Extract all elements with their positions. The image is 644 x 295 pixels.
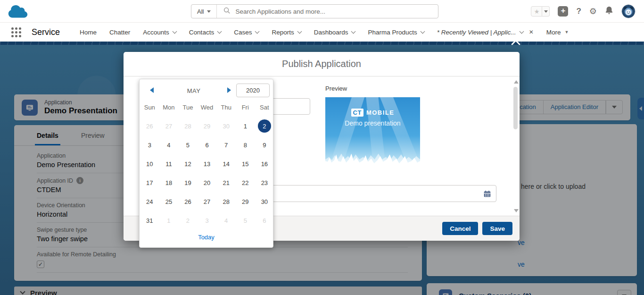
calendar-day[interactable]: 18	[159, 173, 179, 192]
user-avatar[interactable]	[621, 4, 636, 18]
favorites-star-icon[interactable]: ★	[531, 6, 542, 17]
nav-item-label: Dashboards	[314, 29, 348, 36]
calendar-day[interactable]: 28	[216, 192, 236, 211]
nav-item[interactable]: Cases	[234, 29, 259, 36]
app-launcher-icon[interactable]	[11, 27, 21, 37]
next-month-icon[interactable]	[227, 87, 231, 93]
calendar-day[interactable]: 19	[178, 173, 198, 192]
calendar-day-number: 2	[181, 214, 194, 227]
calendar-day[interactable]: 1	[236, 117, 255, 135]
calendar-day[interactable]: 4	[159, 135, 179, 154]
calendar-day-number: 28	[181, 119, 194, 133]
nav-item[interactable]: Pharma Products	[368, 29, 424, 36]
calendar-day[interactable]: 13	[198, 154, 217, 173]
calendar-day-number: 30	[220, 119, 233, 133]
calendar-day[interactable]: 26	[140, 117, 159, 135]
calendar-day[interactable]: 3	[198, 211, 217, 230]
calendar-day-number: 1	[239, 119, 252, 133]
calendar-day[interactable]: 10	[140, 154, 159, 173]
calendar-day[interactable]: 16	[255, 154, 274, 173]
calendar-day[interactable]: 11	[159, 154, 179, 173]
nav-item-label: Cases	[234, 29, 252, 36]
calendar-day[interactable]: 30	[216, 117, 236, 135]
weekday-label: Sun	[140, 104, 159, 111]
calendar-day[interactable]: 8	[236, 135, 255, 154]
nav-item[interactable]: More▼	[546, 29, 569, 36]
today-link[interactable]: Today	[140, 234, 273, 241]
calendar-day-number: 15	[239, 157, 252, 170]
calendar-day[interactable]: 12	[178, 154, 198, 173]
calendar-day-number: 3	[143, 138, 156, 152]
search-input[interactable]	[235, 8, 438, 15]
save-button[interactable]: Save	[482, 222, 512, 235]
close-icon[interactable]	[510, 35, 521, 48]
previous-month-icon[interactable]	[150, 87, 154, 93]
calendar-day-number: 19	[181, 176, 194, 189]
nav-item-label: More	[546, 29, 561, 36]
calendar-day[interactable]: 6	[255, 211, 274, 230]
scrollbar-thumb[interactable]	[513, 87, 518, 129]
calendar-day[interactable]: 5	[236, 211, 255, 230]
calendar-day[interactable]: 25	[159, 192, 179, 211]
calendar-day[interactable]: 27	[198, 192, 217, 211]
calendar-day[interactable]: 6	[198, 135, 217, 154]
favorites-caret-icon[interactable]	[542, 6, 550, 17]
calendar-day[interactable]: 2	[178, 211, 198, 230]
calendar-day[interactable]: 28	[178, 117, 198, 135]
favorites-control: ★	[531, 6, 550, 17]
calendar-day[interactable]: 1	[159, 211, 179, 230]
calendar-day[interactable]: 17	[140, 173, 159, 192]
chevron-down-icon	[351, 29, 356, 34]
help-question-icon[interactable]: ?	[576, 7, 581, 16]
setup-gear-icon[interactable]: ⚙	[589, 6, 597, 17]
notifications-bell-icon[interactable]	[605, 6, 613, 17]
calendar-day[interactable]: 31	[140, 211, 159, 230]
calendar-day-selected[interactable]: 2	[255, 117, 274, 135]
calendar-day-number: 24	[143, 195, 156, 208]
close-tab-icon[interactable]: ✕	[529, 29, 534, 35]
modal-scrollbar[interactable]	[512, 79, 519, 213]
nav-items: HomeChatterAccountsContactsCasesReportsD…	[80, 29, 644, 36]
scroll-up-icon[interactable]	[514, 80, 519, 84]
calendar-day[interactable]: 20	[198, 173, 217, 192]
nav-item[interactable]: Reports	[272, 29, 301, 36]
calendar-day[interactable]: 24	[140, 192, 159, 211]
calendar-day-number: 1	[162, 214, 175, 227]
calendar-day-number: 26	[143, 119, 156, 133]
calendar-day[interactable]: 22	[236, 173, 255, 192]
calendar-day[interactable]: 27	[159, 117, 179, 135]
modal-preview-label: Preview	[325, 85, 347, 92]
modal-preview-image: CT MOBILE Demo presentation	[325, 97, 420, 168]
calendar-day[interactable]: 29	[236, 192, 255, 211]
calendar-day[interactable]: 3	[140, 135, 159, 154]
calendar-day[interactable]: 26	[178, 192, 198, 211]
calendar-day[interactable]: 29	[198, 117, 217, 135]
caret-down-icon: ▼	[564, 30, 569, 34]
cancel-button[interactable]: Cancel	[442, 222, 478, 235]
quick-create-plus-icon[interactable]: +	[558, 6, 568, 17]
nav-item[interactable]: Home	[80, 29, 97, 36]
calendar-day[interactable]: 21	[216, 173, 236, 192]
calendar-day[interactable]: 14	[216, 154, 236, 173]
search-scope-dropdown[interactable]: All	[191, 5, 217, 18]
calendar-day[interactable]: 23	[255, 173, 274, 192]
calendar-icon[interactable]	[483, 190, 491, 200]
salesforce-cloud-logo-icon[interactable]	[8, 3, 28, 20]
ct-logo: CT	[351, 109, 363, 117]
calendar-day[interactable]: 30	[255, 192, 274, 211]
calendar-day[interactable]: 7	[216, 135, 236, 154]
calendar-day[interactable]: 5	[178, 135, 198, 154]
calendar-day[interactable]: 4	[216, 211, 236, 230]
calendar-day[interactable]: 9	[255, 135, 274, 154]
nav-item[interactable]: Dashboards	[314, 29, 355, 36]
preview-caption: Demo presentation	[325, 119, 420, 127]
scroll-down-icon[interactable]	[514, 209, 519, 212]
calendar-day-number: 16	[258, 157, 271, 170]
nav-item[interactable]: Contacts	[189, 29, 221, 36]
nav-accent-strip	[0, 42, 644, 45]
calendar-day-number: 30	[258, 195, 271, 208]
calendar-day[interactable]: 15	[236, 154, 255, 173]
datepicker-year-input[interactable]	[236, 84, 270, 97]
nav-item[interactable]: Chatter	[109, 29, 130, 36]
nav-item[interactable]: Accounts	[143, 29, 176, 36]
